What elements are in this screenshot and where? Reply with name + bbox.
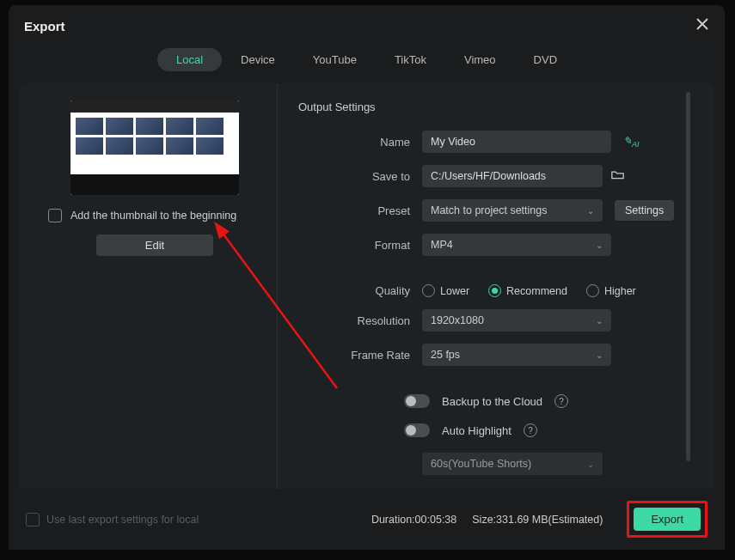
resolution-value: 1920x1080 [431, 314, 484, 326]
quality-label: Quality [298, 284, 422, 297]
thumbnail-preview [70, 100, 239, 195]
name-label: Name [298, 136, 422, 149]
highlight-preset-value: 60s(YouTube Shorts) [431, 458, 531, 470]
framerate-value: 25 fps [431, 349, 460, 361]
folder-icon[interactable] [611, 169, 624, 183]
saveto-input[interactable] [422, 165, 603, 187]
add-thumbnail-checkbox[interactable]: Add the thumbnail to the beginning [48, 209, 261, 222]
saveto-label: Save to [298, 170, 422, 183]
backup-cloud-toggle[interactable] [404, 394, 430, 408]
checkbox-icon [48, 209, 62, 222]
chevron-down-icon: ⌄ [596, 240, 603, 250]
preset-value: Match to project settings [431, 204, 547, 216]
export-highlight: Export [627, 501, 707, 538]
chevron-down-icon: ⌄ [587, 460, 594, 469]
help-icon[interactable]: ? [524, 423, 537, 437]
dialog-title: Export [24, 19, 65, 33]
tab-dvd[interactable]: DVD [515, 48, 576, 71]
ai-icon[interactable]: ✎AI [623, 135, 640, 149]
name-input[interactable] [422, 131, 611, 153]
help-icon[interactable]: ? [554, 394, 568, 408]
backup-cloud-label: Backup to the Cloud [442, 395, 542, 408]
use-last-settings-checkbox[interactable]: Use last export settings for local [26, 513, 199, 527]
auto-highlight-toggle[interactable] [404, 423, 430, 437]
format-label: Format [298, 239, 422, 252]
duration-info: Duration:00:05:38 [371, 514, 456, 526]
settings-button[interactable]: Settings [615, 200, 674, 221]
auto-highlight-label: Auto Highlight [442, 424, 511, 437]
format-select[interactable]: MP4 ⌄ [422, 234, 611, 256]
tab-tiktok[interactable]: TikTok [376, 48, 445, 71]
tab-vimeo[interactable]: Vimeo [445, 48, 515, 71]
use-last-label: Use last export settings for local [46, 514, 199, 526]
highlight-preset-select: 60s(YouTube Shorts) ⌄ [422, 453, 603, 475]
chevron-down-icon: ⌄ [596, 350, 603, 360]
resolution-select[interactable]: 1920x1080 ⌄ [422, 309, 611, 332]
close-icon[interactable] [695, 17, 709, 34]
output-settings-heading: Output Settings [298, 100, 692, 113]
tab-device[interactable]: Device [222, 48, 294, 71]
tab-youtube[interactable]: YouTube [294, 48, 376, 71]
checkbox-icon [26, 513, 40, 527]
framerate-select[interactable]: 25 fps ⌄ [422, 344, 611, 366]
preset-select[interactable]: Match to project settings ⌄ [422, 199, 603, 222]
export-button[interactable]: Export [634, 508, 701, 531]
edit-button[interactable]: Edit [96, 234, 213, 256]
chevron-down-icon: ⌄ [587, 206, 594, 216]
quality-recommend-radio[interactable]: Recommend [488, 284, 567, 297]
size-info: Size:331.69 MB(Estimated) [472, 514, 603, 526]
add-thumbnail-label: Add the thumbnail to the beginning [70, 210, 236, 222]
quality-lower-radio[interactable]: Lower [422, 284, 469, 297]
export-tabs: Local Device YouTube TikTok Vimeo DVD [9, 41, 725, 83]
chevron-down-icon: ⌄ [596, 316, 603, 326]
tab-local[interactable]: Local [157, 48, 222, 71]
scrollbar[interactable] [686, 92, 690, 461]
quality-higher-radio[interactable]: Higher [586, 284, 636, 297]
format-value: MP4 [431, 239, 453, 251]
resolution-label: Resolution [298, 314, 422, 327]
framerate-label: Frame Rate [298, 349, 422, 362]
preset-label: Preset [298, 204, 422, 217]
